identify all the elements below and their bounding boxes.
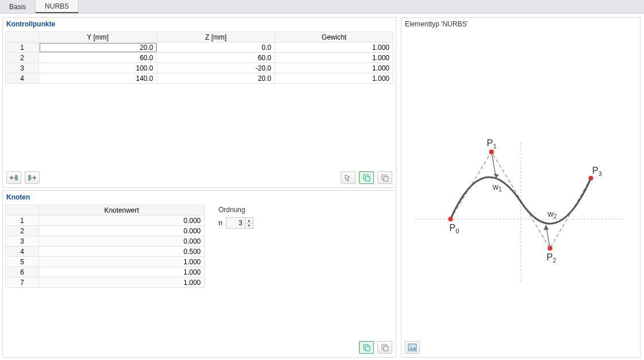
svg-rect-9 xyxy=(384,346,388,351)
panel-title-knoten: Knoten xyxy=(3,191,396,205)
cell-z[interactable]: -20.0 xyxy=(157,63,275,73)
cell-w[interactable]: 1.000 xyxy=(275,73,393,84)
insert-before-icon xyxy=(10,174,18,181)
col-header-knotenwert[interactable]: Knotenwert xyxy=(39,205,205,216)
row-header[interactable]: 6 xyxy=(6,267,39,277)
copy-icon xyxy=(362,174,370,182)
col-header-index[interactable] xyxy=(6,205,39,216)
insert-row-before-button[interactable] xyxy=(6,171,21,184)
row-header[interactable]: 5 xyxy=(6,257,39,267)
row-header[interactable]: 2 xyxy=(6,226,39,236)
paste-icon xyxy=(381,174,389,182)
tab-bar: Basis NURBS xyxy=(0,0,644,14)
cell-w[interactable]: 1.000 xyxy=(275,63,393,73)
paste-icon xyxy=(381,343,389,351)
row-header[interactable]: 4 xyxy=(6,73,39,84)
svg-rect-1 xyxy=(29,175,30,180)
col-header-index[interactable] xyxy=(6,32,39,42)
svg-text:P1: P1 xyxy=(487,138,497,150)
ordnung-group: Ordnung n ▲ ▼ xyxy=(218,205,253,288)
svg-rect-7 xyxy=(365,346,370,351)
insert-row-after-button[interactable] xyxy=(25,171,40,184)
nurbs-preview-svg: P0 P1 P2 P3 w1 w2 xyxy=(404,32,638,336)
svg-point-18 xyxy=(548,246,552,251)
panel-kontrollpunkte: Kontrollpunkte Y [mm] Z [mm] xyxy=(2,17,396,188)
pick-icon xyxy=(344,174,352,182)
svg-rect-26 xyxy=(408,344,416,351)
tab-basis[interactable]: Basis xyxy=(0,0,36,13)
svg-marker-15 xyxy=(544,225,549,230)
col-header-z[interactable]: Z [mm] xyxy=(157,32,275,42)
row-header[interactable]: 1 xyxy=(6,216,39,226)
cell-knotenwert[interactable]: 0.000 xyxy=(39,236,205,246)
svg-text:P2: P2 xyxy=(547,252,556,264)
row-header[interactable]: 1 xyxy=(6,42,39,53)
svg-rect-5 xyxy=(384,177,388,181)
row-header[interactable]: 2 xyxy=(6,53,39,63)
cell-w[interactable]: 1.000 xyxy=(275,53,393,63)
cell-knotenwert[interactable]: 0.500 xyxy=(39,246,205,257)
cell-z[interactable]: 0.0 xyxy=(157,42,275,53)
n-label: n xyxy=(218,219,223,227)
svg-text:P3: P3 xyxy=(592,165,602,177)
svg-point-17 xyxy=(489,150,494,154)
panel-title-kontrollpunkte: Kontrollpunkte xyxy=(3,18,396,32)
cell-knotenwert[interactable]: 1.000 xyxy=(39,277,205,288)
image-options-button[interactable] xyxy=(405,341,420,354)
row-header[interactable]: 7 xyxy=(6,277,39,288)
svg-rect-3 xyxy=(365,177,370,181)
paste-button[interactable] xyxy=(377,341,392,354)
cell-y[interactable]: 140.0 xyxy=(39,73,157,84)
panel-elementtyp: Elementtyp 'NURBS' xyxy=(401,17,641,358)
col-header-y[interactable]: Y [mm] xyxy=(39,32,157,42)
row-header[interactable]: 4 xyxy=(6,246,39,257)
panel-knoten: Knoten Knotenwert 10.000 20.00 xyxy=(2,190,396,358)
copy-button[interactable] xyxy=(359,341,374,354)
svg-text:w1: w1 xyxy=(492,182,502,193)
row-header[interactable]: 3 xyxy=(6,236,39,246)
svg-point-19 xyxy=(588,176,593,181)
spinner-down-icon[interactable]: ▼ xyxy=(245,224,253,229)
col-header-weight[interactable]: Gewicht xyxy=(275,32,393,42)
cell-knotenwert[interactable]: 0.000 xyxy=(39,226,205,236)
tab-nurbs[interactable]: NURBS xyxy=(36,0,79,13)
pick-button[interactable] xyxy=(341,171,356,184)
spinner-up-icon[interactable]: ▲ xyxy=(245,218,253,224)
cell-knotenwert[interactable]: 0.000 xyxy=(39,216,205,226)
n-input[interactable] xyxy=(227,218,245,228)
svg-point-27 xyxy=(410,346,412,347)
table-kontrollpunkte: Y [mm] Z [mm] Gewicht 1 20.0 0.0 1.000 xyxy=(5,32,393,84)
cell-knotenwert[interactable]: 1.000 xyxy=(39,257,205,267)
cell-z[interactable]: 20.0 xyxy=(157,73,275,84)
panel-title-elementtyp: Elementtyp 'NURBS' xyxy=(401,18,640,32)
image-icon xyxy=(408,343,417,351)
cell-y[interactable]: 20.0 xyxy=(39,42,157,53)
cell-z[interactable]: 60.0 xyxy=(157,53,275,63)
svg-text:w2: w2 xyxy=(547,209,557,220)
cell-knotenwert[interactable]: 1.000 xyxy=(39,267,205,277)
svg-rect-0 xyxy=(15,175,17,180)
insert-after-icon xyxy=(28,174,36,181)
cell-w[interactable]: 1.000 xyxy=(275,42,393,53)
cell-y[interactable]: 100.0 xyxy=(39,63,157,73)
row-header[interactable]: 3 xyxy=(6,63,39,73)
ordnung-label: Ordnung xyxy=(218,206,253,214)
svg-point-16 xyxy=(448,217,453,221)
copy-icon xyxy=(362,343,370,351)
paste-button[interactable] xyxy=(377,171,392,184)
cell-y[interactable]: 60.0 xyxy=(39,53,157,63)
copy-button[interactable] xyxy=(359,171,374,184)
table-knoten: Knotenwert 10.000 20.000 30.000 40.500 5… xyxy=(5,205,205,288)
svg-text:P0: P0 xyxy=(450,222,459,234)
n-spinner[interactable]: ▲ ▼ xyxy=(226,217,253,229)
